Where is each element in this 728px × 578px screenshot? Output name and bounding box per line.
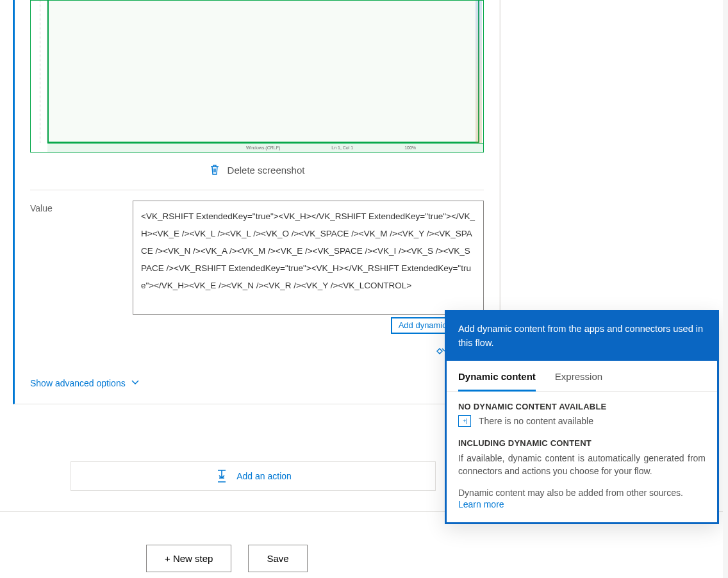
- value-row: Value <VK_RSHIFT ExtendedKey="true"><VK_…: [15, 190, 499, 315]
- bottom-buttons: + New step Save: [146, 545, 308, 572]
- add-action-icon: [215, 469, 229, 483]
- screenshot-gutter: [31, 1, 47, 143]
- screenshot-statusbar: Windows (CRLF) Ln 1, Col 1 100%: [47, 143, 483, 152]
- including-desc2: Dynamic content may also be added from o…: [458, 486, 706, 499]
- new-step-button[interactable]: + New step: [146, 545, 231, 572]
- delete-label: Delete screenshot: [228, 165, 305, 176]
- screenshot-inner: [47, 1, 479, 143]
- status-encoding: Windows (CRLF): [246, 145, 280, 150]
- screenshot-right-strip: [476, 1, 482, 143]
- tab-dynamic-content[interactable]: Dynamic content: [458, 371, 536, 392]
- status-cursor: Ln 1, Col 1: [331, 145, 353, 150]
- no-dynamic-text: There is no content available: [479, 416, 593, 426]
- scrollbar[interactable]: [723, 0, 728, 578]
- value-text: <VK_RSHIFT ExtendedKey="true"><VK_H></VK…: [141, 211, 475, 290]
- show-advanced-options[interactable]: Show advanced options: [30, 378, 484, 388]
- add-action-button[interactable]: Add an action: [70, 461, 436, 491]
- no-dynamic-title: NO DYNAMIC CONTENT AVAILABLE: [458, 402, 706, 411]
- popover-tabs: Dynamic content Expression: [447, 361, 717, 392]
- including-desc: If available, dynamic content is automat…: [458, 452, 706, 478]
- dynamic-badge-icon: +|: [458, 415, 471, 427]
- no-dynamic-row: +| There is no content available: [458, 415, 706, 427]
- delete-screenshot-button[interactable]: Delete screenshot: [15, 164, 499, 176]
- step-card: Windows (CRLF) Ln 1, Col 1 100% Delete s…: [13, 0, 500, 404]
- trash-icon: [210, 164, 220, 176]
- including-title: INCLUDING DYNAMIC CONTENT: [458, 438, 706, 448]
- chevron-down-icon: [131, 379, 140, 386]
- edit-code-button[interactable]: Edit co: [15, 345, 499, 356]
- add-action-label: Add an action: [236, 471, 292, 481]
- popover-connector: [445, 316, 500, 320]
- show-adv-label: Show advanced options: [30, 378, 126, 388]
- screenshot-preview[interactable]: Windows (CRLF) Ln 1, Col 1 100%: [30, 0, 484, 153]
- tab-expression[interactable]: Expression: [555, 371, 602, 391]
- learn-more-link[interactable]: Learn more: [458, 499, 706, 509]
- dynamic-content-popover: Add dynamic content from the apps and co…: [445, 310, 719, 524]
- value-label: Value: [30, 201, 133, 315]
- popover-body: NO DYNAMIC CONTENT AVAILABLE +| There is…: [447, 392, 717, 523]
- value-input[interactable]: <VK_RSHIFT ExtendedKey="true"><VK_H></VK…: [133, 201, 484, 315]
- status-zoom: 100%: [404, 145, 416, 150]
- save-button[interactable]: Save: [248, 545, 307, 572]
